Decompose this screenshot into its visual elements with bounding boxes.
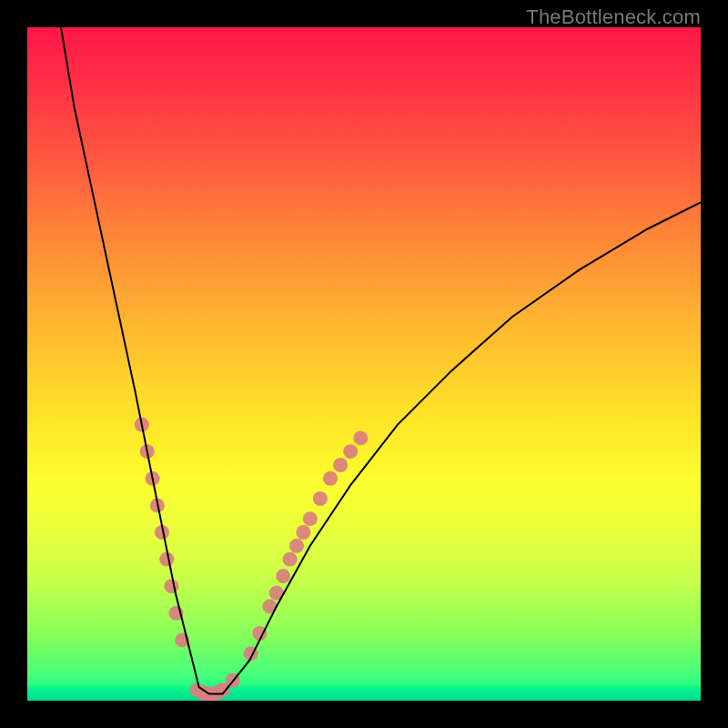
marker-point bbox=[289, 539, 304, 553]
marker-point bbox=[303, 511, 318, 526]
marker-point bbox=[343, 444, 358, 459]
marker-point bbox=[159, 552, 174, 567]
curve-line bbox=[61, 27, 701, 694]
attribution-text: TheBottleneck.com bbox=[526, 5, 701, 29]
marker-point bbox=[333, 458, 348, 472]
marker-point bbox=[296, 525, 310, 540]
marker-point bbox=[323, 471, 338, 486]
plot-area bbox=[27, 27, 701, 701]
marker-point bbox=[276, 569, 290, 583]
marker-point bbox=[283, 552, 298, 567]
marker-point bbox=[164, 579, 178, 593]
chart-container: TheBottleneck.com bbox=[0, 0, 728, 728]
marker-point bbox=[313, 491, 328, 506]
marker-point bbox=[353, 430, 368, 445]
chart-svg bbox=[27, 27, 701, 701]
